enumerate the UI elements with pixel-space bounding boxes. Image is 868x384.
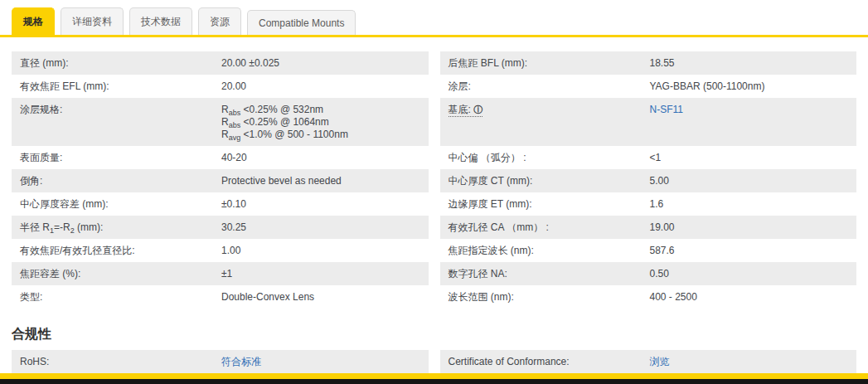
spec-label: 基底: ⓘ bbox=[449, 104, 650, 141]
footer-yellow-bar bbox=[0, 373, 868, 379]
spec-label: 直径 (mm): bbox=[20, 57, 221, 70]
spec-label: 有效焦距/有效孔径直径比: bbox=[20, 245, 221, 257]
info-icon: ⓘ bbox=[473, 105, 482, 114]
spec-label: 表面质量: bbox=[20, 152, 221, 164]
spec-value: ±0.10 bbox=[221, 198, 420, 211]
footer-black-bar bbox=[0, 379, 868, 384]
spec-value: Protective bevel as needed bbox=[221, 175, 420, 187]
spec-row-diameter: 直径 (mm): 20.00 ±0.025 后焦距 BFL (mm): 18.5… bbox=[12, 51, 856, 75]
spec-value: YAG-BBAR (500-1100nm) bbox=[650, 80, 849, 93]
spec-value: 20.00 bbox=[221, 80, 420, 93]
spec-row-type: 类型: Double-Convex Lens 波长范围 (nm): 400 - … bbox=[12, 285, 856, 309]
spec-label: 中心厚度 CT (mm): bbox=[449, 175, 650, 187]
spec-row-f-number: 有效焦距/有效孔径直径比: 1.00 焦距指定波长 (nm): 587.6 bbox=[12, 239, 856, 262]
spec-row-ct-tolerance: 中心厚度容差 (mm): ±0.10 边缘厚度 ET (mm): 1.6 bbox=[12, 192, 856, 216]
substrate-tooltip-trigger[interactable]: 基底: ⓘ bbox=[449, 104, 483, 117]
spec-label: 边缘厚度 ET (mm): bbox=[449, 198, 650, 211]
tabs-underline bbox=[0, 35, 868, 37]
spec-label: 有效孔径 CA （mm） : bbox=[449, 221, 650, 234]
spec-row-fl-tolerance: 焦距容差 (%): ±1 数字孔径 NA: 0.50 bbox=[12, 262, 856, 285]
spec-label: 有效焦距 EFL (mm): bbox=[20, 80, 221, 93]
spec-label: 数字孔径 NA: bbox=[449, 268, 650, 280]
tab-specs[interactable]: 规格 bbox=[12, 7, 55, 35]
spec-label-text: 基底: bbox=[449, 104, 471, 115]
spec-value: 40-20 bbox=[221, 152, 420, 164]
spec-value: Double-Convex Lens bbox=[221, 291, 420, 304]
coc-value: 浏览 bbox=[650, 356, 849, 368]
spec-value: 30.25 bbox=[221, 221, 420, 234]
compliance-heading: 合规性 bbox=[12, 326, 856, 343]
spec-label: 焦距容差 (%): bbox=[20, 268, 221, 280]
spec-value: Rabs <0.25% @ 532nmRabs <0.25% @ 1064nmR… bbox=[221, 104, 420, 141]
spec-value: 0.50 bbox=[650, 268, 849, 280]
tab-compatible-mounts[interactable]: Compatible Mounts bbox=[247, 10, 356, 35]
spec-row-surface-quality: 表面质量: 40-20 中心偏 （弧分） : <1 bbox=[12, 146, 856, 169]
spec-value: <1 bbox=[650, 152, 849, 164]
tab-bar: 规格 详细资料 技术数据 资源 Compatible Mounts bbox=[0, 0, 868, 35]
spec-value: 587.6 bbox=[650, 245, 849, 257]
spec-value: 18.55 bbox=[650, 57, 849, 70]
spec-label: 类型: bbox=[20, 291, 221, 304]
spec-value: 5.00 bbox=[650, 175, 849, 187]
tab-resources[interactable]: 资源 bbox=[198, 7, 241, 35]
spec-row-bevel: 倒角: Protective bevel as needed 中心厚度 CT (… bbox=[12, 169, 856, 192]
spec-row-efl: 有效焦距 EFL (mm): 20.00 涂层: YAG-BBAR (500-1… bbox=[12, 75, 856, 98]
rohs-link[interactable]: 符合标准 bbox=[221, 356, 261, 367]
spec-label: 中心厚度容差 (mm): bbox=[20, 198, 221, 211]
spec-label: 半径 R1=-R2 (mm): bbox=[20, 221, 221, 234]
spec-label: 涂层: bbox=[449, 80, 650, 93]
footer bbox=[0, 373, 868, 384]
coc-label: Certificate of Conformance: bbox=[449, 356, 650, 368]
spec-label: 波长范围 (nm): bbox=[449, 291, 650, 304]
spec-row-coating-substrate: 涂层规格: Rabs <0.25% @ 532nmRabs <0.25% @ 1… bbox=[12, 98, 856, 146]
spec-label: 焦距指定波长 (nm): bbox=[449, 245, 650, 257]
coc-link[interactable]: 浏览 bbox=[650, 356, 670, 367]
spec-table: 直径 (mm): 20.00 ±0.025 后焦距 BFL (mm): 18.5… bbox=[12, 51, 856, 309]
compliance-row: RoHS: 符合标准 Certificate of Conformance: 浏… bbox=[12, 350, 856, 373]
substrate-link[interactable]: N-SF11 bbox=[650, 104, 683, 115]
spec-label: 涂层规格: bbox=[20, 104, 221, 141]
spec-label: 倒角: bbox=[20, 175, 221, 187]
spec-value: 19.00 bbox=[650, 221, 849, 234]
rohs-label: RoHS: bbox=[20, 356, 221, 368]
spec-value: 400 - 2500 bbox=[650, 291, 849, 304]
rohs-value: 符合标准 bbox=[221, 356, 420, 368]
spec-value: 1.00 bbox=[221, 245, 420, 257]
spec-row-radius: 半径 R1=-R2 (mm): 30.25 有效孔径 CA （mm） : 19.… bbox=[12, 216, 856, 239]
spec-value: 1.6 bbox=[650, 198, 849, 211]
spec-value: 20.00 ±0.025 bbox=[221, 57, 420, 70]
spec-value: N-SF11 bbox=[650, 104, 849, 141]
tab-technical-data[interactable]: 技术数据 bbox=[129, 7, 192, 35]
spec-label: 中心偏 （弧分） : bbox=[449, 152, 650, 164]
spec-value: ±1 bbox=[221, 268, 420, 280]
tab-details[interactable]: 详细资料 bbox=[61, 7, 124, 35]
spec-label: 后焦距 BFL (mm): bbox=[449, 57, 650, 70]
spec-panel: 直径 (mm): 20.00 ±0.025 后焦距 BFL (mm): 18.5… bbox=[0, 51, 868, 373]
